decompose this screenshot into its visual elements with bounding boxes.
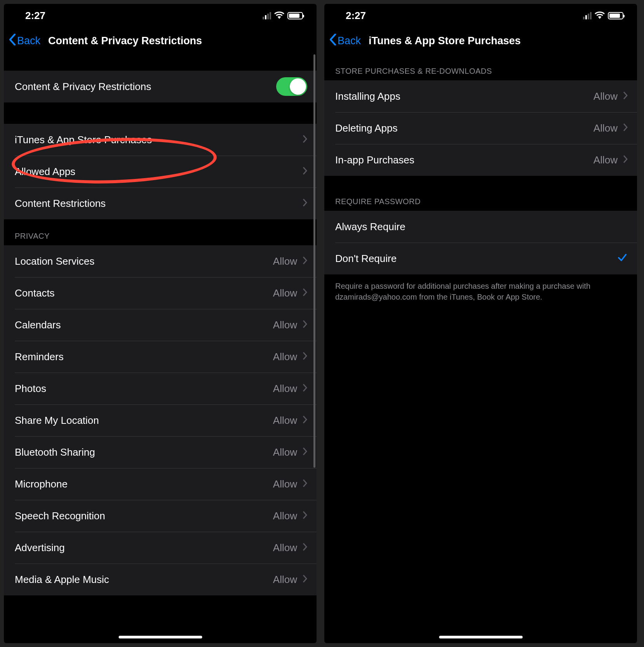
password-option-row[interactable]: Always Require <box>324 211 637 243</box>
store-section-header: STORE PURCHASES & RE-DOWNLOADS <box>324 54 637 80</box>
back-button[interactable]: Back <box>9 34 40 48</box>
row-value: Allow <box>273 319 297 331</box>
status-indicators <box>263 10 303 22</box>
status-bar: 2:27 <box>4 4 317 27</box>
row-value: Allow <box>273 383 297 395</box>
store-row[interactable]: Deleting AppsAllow <box>324 112 637 144</box>
home-indicator[interactable] <box>439 636 522 638</box>
nav-bar: Back iTunes & App Store Purchases <box>324 27 637 54</box>
home-indicator[interactable] <box>118 636 202 638</box>
content-area: Content & Privacy Restrictions iTunes & … <box>4 54 317 643</box>
wifi-icon <box>595 10 605 22</box>
privacy-row[interactable]: RemindersAllow <box>4 341 317 373</box>
row-label: Always Require <box>335 221 406 233</box>
chevron-right-icon <box>303 448 307 457</box>
privacy-row[interactable]: CalendarsAllow <box>4 309 317 341</box>
row-label: Contacts <box>15 287 55 299</box>
nav-row[interactable]: iTunes & App Store Purchases <box>4 124 317 156</box>
toggle-switch[interactable] <box>276 77 307 96</box>
privacy-row[interactable]: Media & Apple MusicAllow <box>4 564 317 595</box>
row-label: Media & Apple Music <box>15 574 109 586</box>
cellular-signal-icon <box>583 12 592 19</box>
status-time: 2:27 <box>25 10 45 22</box>
chevron-left-icon <box>9 34 16 48</box>
wifi-icon <box>274 10 284 22</box>
scrollbar-thumb[interactable] <box>313 54 315 468</box>
chevron-right-icon <box>303 416 307 425</box>
store-row[interactable]: In-app PurchasesAllow <box>324 144 637 176</box>
privacy-row[interactable]: Bluetooth SharingAllow <box>4 436 317 468</box>
back-button[interactable]: Back <box>329 34 361 48</box>
row-label: Speech Recognition <box>15 510 105 522</box>
chevron-right-icon <box>303 135 307 144</box>
row-value: Allow <box>273 478 297 490</box>
row-value: Allow <box>273 415 297 427</box>
row-value: Allow <box>273 510 297 522</box>
store-row[interactable]: Installing AppsAllow <box>324 80 637 112</box>
chevron-right-icon <box>623 155 628 165</box>
back-label: Back <box>338 35 361 47</box>
nav-row[interactable]: Content Restrictions <box>4 187 317 219</box>
row-value: Allow <box>273 542 297 554</box>
left-screen: 2:27 Back Content & Privacy Restrictions… <box>4 4 317 643</box>
battery-icon <box>608 12 623 19</box>
chevron-right-icon <box>303 384 307 393</box>
password-option-row[interactable]: Don't Require <box>324 243 637 274</box>
row-label: Content Restrictions <box>15 198 106 210</box>
privacy-row[interactable]: Speech RecognitionAllow <box>4 500 317 532</box>
right-screen: 2:27 Back iTunes & App Store Purchases S… <box>324 4 637 643</box>
row-label: Don't Require <box>335 253 397 265</box>
row-value: Allow <box>273 446 297 458</box>
row-label: Bluetooth Sharing <box>15 446 95 458</box>
row-value: Allow <box>594 154 618 166</box>
checkmark-icon <box>617 252 628 265</box>
privacy-row[interactable]: ContactsAllow <box>4 277 317 309</box>
privacy-row[interactable]: Share My LocationAllow <box>4 404 317 436</box>
status-time: 2:27 <box>346 10 366 22</box>
chevron-right-icon <box>303 352 307 361</box>
nav-bar: Back Content & Privacy Restrictions <box>4 27 317 54</box>
row-label: Microphone <box>15 478 68 490</box>
privacy-row[interactable]: Location ServicesAllow <box>4 245 317 277</box>
chevron-right-icon <box>303 511 307 520</box>
row-label: iTunes & App Store Purchases <box>15 134 152 146</box>
privacy-section-header: PRIVACY <box>4 219 317 245</box>
privacy-row[interactable]: MicrophoneAllow <box>4 468 317 500</box>
battery-icon <box>287 12 303 19</box>
row-label: Advertising <box>15 542 65 554</box>
row-label: Calendars <box>15 319 61 331</box>
row-value: Allow <box>594 90 618 102</box>
row-label: Content & Privacy Restrictions <box>15 81 151 93</box>
chevron-right-icon <box>303 320 307 330</box>
nav-row[interactable]: Allowed Apps <box>4 156 317 187</box>
section-footer-text: Require a password for additional purcha… <box>324 274 637 309</box>
row-label: Location Services <box>15 255 94 267</box>
row-label: Deleting Apps <box>335 122 397 134</box>
nav-title: Content & Privacy Restrictions <box>48 35 202 47</box>
chevron-right-icon <box>303 257 307 266</box>
password-section-header: REQUIRE PASSWORD <box>324 176 637 211</box>
row-value: Allow <box>273 351 297 363</box>
chevron-right-icon <box>303 199 307 208</box>
cellular-signal-icon <box>263 12 271 19</box>
row-label: Photos <box>15 383 46 395</box>
chevron-right-icon <box>623 92 628 101</box>
status-indicators <box>583 10 623 22</box>
nav-title: iTunes & App Store Purchases <box>369 35 521 47</box>
back-label: Back <box>17 35 40 47</box>
chevron-right-icon <box>303 543 307 552</box>
content-privacy-toggle-row[interactable]: Content & Privacy Restrictions <box>4 71 317 102</box>
row-value: Allow <box>273 574 297 586</box>
row-value: Allow <box>594 122 618 134</box>
chevron-right-icon <box>303 479 307 489</box>
chevron-right-icon <box>623 123 628 133</box>
row-label: Installing Apps <box>335 90 400 102</box>
status-bar: 2:27 <box>324 4 637 27</box>
privacy-row[interactable]: AdvertisingAllow <box>4 532 317 564</box>
row-label: Allowed Apps <box>15 166 75 178</box>
row-value: Allow <box>273 287 297 299</box>
privacy-row[interactable]: PhotosAllow <box>4 373 317 404</box>
chevron-right-icon <box>303 575 307 584</box>
row-label: Share My Location <box>15 415 99 427</box>
row-value: Allow <box>273 255 297 267</box>
